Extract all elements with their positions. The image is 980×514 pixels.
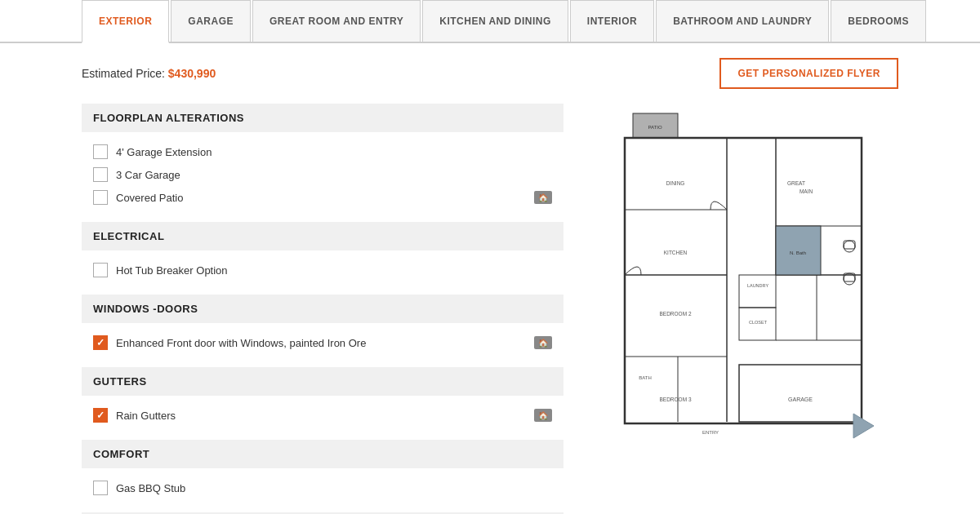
option-left-bbq: Gas BBQ Stub — [93, 481, 185, 495]
price-bar: Estimated Price: $430,990 GET PERSONALIZ… — [0, 43, 980, 104]
svg-text:PATIO: PATIO — [648, 125, 662, 130]
get-flyer-button[interactable]: GET PERSONALIZED FLYER — [719, 58, 898, 89]
option-label-bbq: Gas BBQ Stub — [116, 482, 185, 494]
info-icon-rain[interactable] — [534, 409, 552, 422]
tab-great-room[interactable]: GREAT ROOM AND ENTRY — [252, 0, 421, 42]
option-row-3car: 3 Car Garage — [82, 163, 564, 186]
svg-text:N. Bath: N. Bath — [790, 250, 806, 255]
option-left-hottub: Hot Tub Breaker Option — [93, 263, 228, 277]
option-left-rain: Rain Gutters — [93, 408, 176, 423]
option-row-hottub: Hot Tub Breaker Option — [82, 259, 564, 281]
svg-text:KITCHEN: KITCHEN — [664, 250, 688, 255]
checkbox-frontdoor[interactable] — [93, 335, 108, 350]
section-items-floorplan: 4' Garage Extension3 Car GarageCovered P… — [82, 134, 564, 215]
section-header-gutters: GUTTERS — [82, 367, 564, 396]
option-left-covered: Covered Patio — [93, 190, 183, 205]
section-items-windows: Enhanced Front door with Windows, painte… — [82, 325, 564, 361]
option-label-rain: Rain Gutters — [116, 410, 176, 422]
svg-text:GREAT: GREAT — [787, 180, 805, 186]
floorplan-panel: PATIO DINING KITCHEN BEDROO — [588, 104, 898, 514]
tab-bar: EXTERIORGARAGEGREAT ROOM AND ENTRYKITCHE… — [0, 0, 980, 43]
svg-text:ENTRY: ENTRY — [702, 430, 719, 435]
tab-interior[interactable]: INTERIOR — [570, 0, 654, 42]
tab-bathroom[interactable]: BATHROOM AND LAUNDRY — [656, 0, 829, 42]
options-panel: FLOORPLAN ALTERATIONS4' Garage Extension… — [82, 104, 564, 514]
checkbox-rain[interactable] — [93, 408, 108, 423]
option-row-bbq: Gas BBQ Stub — [82, 476, 564, 499]
checkbox-4garage[interactable] — [93, 144, 108, 159]
option-row-frontdoor: Enhanced Front door with Windows, painte… — [82, 331, 564, 354]
option-row-4garage: 4' Garage Extension — [82, 140, 564, 163]
section-items-comfort: Gas BBQ Stub — [82, 470, 564, 506]
info-icon-covered[interactable] — [534, 191, 552, 204]
checkbox-hottub[interactable] — [93, 263, 108, 277]
option-left-4garage: 4' Garage Extension — [93, 144, 212, 159]
checkbox-covered[interactable] — [93, 190, 108, 205]
section-header-floorplan: FLOORPLAN ALTERATIONS — [82, 104, 564, 132]
checkbox-bbq[interactable] — [93, 481, 108, 495]
svg-text:BATH: BATH — [639, 375, 652, 380]
svg-text:CLOSET: CLOSET — [749, 320, 768, 325]
tab-exterior[interactable]: EXTERIOR — [82, 0, 169, 43]
section-header-windows: WINDOWS -DOORS — [82, 295, 564, 323]
tab-garage[interactable]: GARAGE — [171, 0, 251, 42]
option-row-rain: Rain Gutters — [82, 404, 564, 427]
svg-rect-0 — [612, 112, 874, 463]
estimated-price: Estimated Price: $430,990 — [82, 67, 216, 80]
option-label-3car: 3 Car Garage — [116, 169, 180, 181]
option-left-frontdoor: Enhanced Front door with Windows, painte… — [93, 335, 366, 350]
section-header-comfort: COMFORT — [82, 440, 564, 468]
tab-bedrooms[interactable]: BEDROOMS — [831, 0, 926, 42]
tab-kitchen[interactable]: KITCHEN AND DINING — [422, 0, 568, 42]
floorplan-svg: PATIO DINING KITCHEN BEDROO — [612, 112, 874, 463]
option-left-3car: 3 Car Garage — [93, 167, 180, 182]
main-content: FLOORPLAN ALTERATIONS4' Garage Extension… — [0, 104, 980, 514]
floorplan-container: PATIO DINING KITCHEN BEDROO — [612, 112, 874, 463]
option-label-covered: Covered Patio — [116, 192, 183, 204]
option-label-frontdoor: Enhanced Front door with Windows, painte… — [116, 337, 366, 349]
option-label-hottub: Hot Tub Breaker Option — [116, 264, 228, 277]
section-header-electrical: ELECTRICAL — [82, 222, 564, 250]
svg-text:MAIN: MAIN — [800, 188, 813, 194]
svg-text:GARAGE: GARAGE — [788, 397, 813, 402]
option-label-4garage: 4' Garage Extension — [116, 146, 212, 158]
option-row-covered: Covered Patio — [82, 186, 564, 209]
info-icon-frontdoor[interactable] — [534, 336, 552, 349]
svg-text:DINING: DINING — [666, 180, 685, 186]
section-items-electrical: Hot Tub Breaker Option — [82, 252, 564, 288]
price-value: $430,990 — [168, 67, 216, 80]
svg-text:LAUNDRY: LAUNDRY — [747, 283, 769, 288]
section-items-gutters: Rain Gutters — [82, 397, 564, 433]
checkbox-3car[interactable] — [93, 167, 108, 182]
svg-text:BEDROOM 2: BEDROOM 2 — [659, 311, 691, 317]
svg-text:BEDROOM 3: BEDROOM 3 — [659, 397, 691, 402]
